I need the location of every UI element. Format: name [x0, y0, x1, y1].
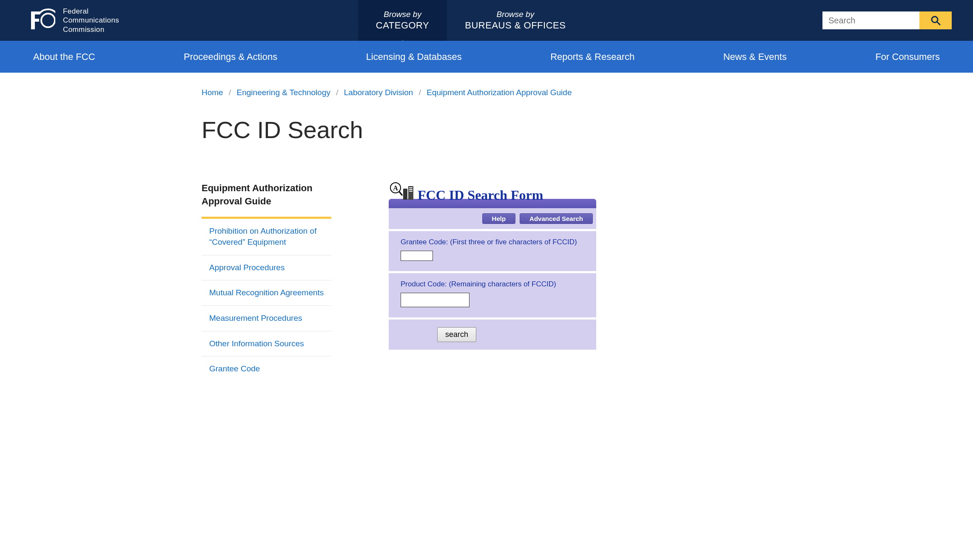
main-layout: Equipment Authorization Approval Guide P…: [202, 182, 771, 382]
browse-label: Browse by: [496, 10, 534, 19]
nav-about[interactable]: About the FCC: [33, 51, 95, 62]
nav-proceedings[interactable]: Proceedings & Actions: [184, 51, 277, 62]
form-title: FCC ID Search Form: [418, 187, 543, 203]
fcc-logo-icon: [30, 8, 55, 33]
sidebar-link[interactable]: Grantee Code: [209, 364, 260, 373]
submit-block: search: [389, 320, 596, 350]
main-nav: About the FCC Proceedings & Actions Lice…: [0, 41, 973, 73]
svg-rect-10: [409, 189, 413, 190]
logo-area[interactable]: Federal Communications Commission: [0, 0, 119, 41]
breadcrumb-separator: /: [419, 88, 421, 97]
sidebar-item-prohibition[interactable]: Prohibition on Authorization of “Covered…: [202, 219, 331, 255]
sidebar-link[interactable]: Approval Procedures: [209, 263, 285, 272]
magnifier-document-icon: A: [389, 182, 416, 201]
sidebar-link[interactable]: Other Information Sources: [209, 339, 304, 348]
breadcrumb-separator: /: [229, 88, 231, 97]
org-line-3: Commission: [63, 25, 119, 34]
grantee-code-input[interactable]: [401, 251, 433, 261]
svg-rect-11: [409, 191, 413, 192]
product-code-label: Product Code: (Remaining characters of F…: [401, 280, 589, 288]
search-area: [822, 0, 973, 41]
search-box: [822, 11, 952, 29]
browse-by-category-tab[interactable]: Browse by CATEGORY: [358, 0, 447, 41]
browse-by-bureaus-tab[interactable]: Browse by BUREAUS & OFFICES: [447, 0, 583, 41]
page-title: FCC ID Search: [202, 116, 771, 144]
svg-point-0: [41, 14, 55, 27]
breadcrumb: Home / Engineering & Technology / Labora…: [202, 88, 771, 97]
nav-consumers[interactable]: For Consumers: [875, 51, 940, 62]
sidebar-list: Prohibition on Authorization of “Covered…: [202, 219, 331, 382]
grantee-code-block: Grantee Code: (First three or five chara…: [389, 231, 596, 271]
form-help-row: Help Advanced Search: [389, 208, 596, 229]
browse-bureaus-value: BUREAUS & OFFICES: [465, 20, 566, 31]
svg-line-6: [399, 191, 402, 195]
sidebar-item-measurement[interactable]: Measurement Procedures: [202, 306, 331, 331]
form-title-row: A FCC ID Search Form: [389, 182, 596, 201]
breadcrumb-home[interactable]: Home: [202, 88, 223, 97]
help-button[interactable]: Help: [482, 213, 516, 224]
advanced-search-button[interactable]: Advanced Search: [520, 213, 593, 224]
sidebar-item-approval[interactable]: Approval Procedures: [202, 255, 331, 281]
sidebar-item-grantee[interactable]: Grantee Code: [202, 356, 331, 382]
breadcrumb-separator: /: [336, 88, 338, 97]
breadcrumb-engineering[interactable]: Engineering & Technology: [237, 88, 330, 97]
org-line-2: Communications: [63, 16, 119, 25]
search-icon: [930, 15, 941, 25]
sidebar-header: Equipment Authorization Approval Guide: [202, 182, 331, 219]
sidebar-item-mutual[interactable]: Mutual Recognition Agreements: [202, 280, 331, 306]
browse-label: Browse by: [384, 10, 421, 19]
fcc-id-search-form: A FCC ID Search Form Help Advanced Searc…: [389, 182, 596, 382]
grantee-code-label: Grantee Code: (First three or five chara…: [401, 238, 589, 246]
sidebar-link[interactable]: Prohibition on Authorization of “Covered…: [209, 226, 316, 247]
breadcrumb-guide[interactable]: Equipment Authorization Approval Guide: [427, 88, 572, 97]
submit-button[interactable]: search: [437, 327, 476, 342]
breadcrumb-laboratory[interactable]: Laboratory Division: [344, 88, 413, 97]
svg-rect-7: [403, 189, 407, 200]
content: Home / Engineering & Technology / Labora…: [202, 73, 771, 382]
sidebar-link[interactable]: Measurement Procedures: [209, 314, 302, 322]
svg-line-3: [937, 22, 940, 25]
sidebar: Equipment Authorization Approval Guide P…: [202, 182, 331, 382]
svg-rect-9: [409, 187, 413, 188]
top-header: Federal Communications Commission Browse…: [0, 0, 973, 41]
logo-text: Federal Communications Commission: [63, 7, 119, 34]
search-button[interactable]: [919, 11, 952, 29]
product-code-block: Product Code: (Remaining characters of F…: [389, 273, 596, 317]
browse-category-value: CATEGORY: [376, 20, 429, 31]
nav-reports[interactable]: Reports & Research: [550, 51, 634, 62]
search-input[interactable]: [822, 11, 919, 29]
sidebar-item-other[interactable]: Other Information Sources: [202, 331, 331, 357]
product-code-input[interactable]: [401, 293, 469, 307]
org-line-1: Federal: [63, 7, 119, 16]
svg-text:A: A: [393, 184, 398, 192]
nav-news[interactable]: News & Events: [723, 51, 787, 62]
nav-licensing[interactable]: Licensing & Databases: [366, 51, 462, 62]
browse-tabs: Browse by CATEGORY Browse by BUREAUS & O…: [358, 0, 584, 41]
sidebar-link[interactable]: Mutual Recognition Agreements: [209, 288, 324, 297]
